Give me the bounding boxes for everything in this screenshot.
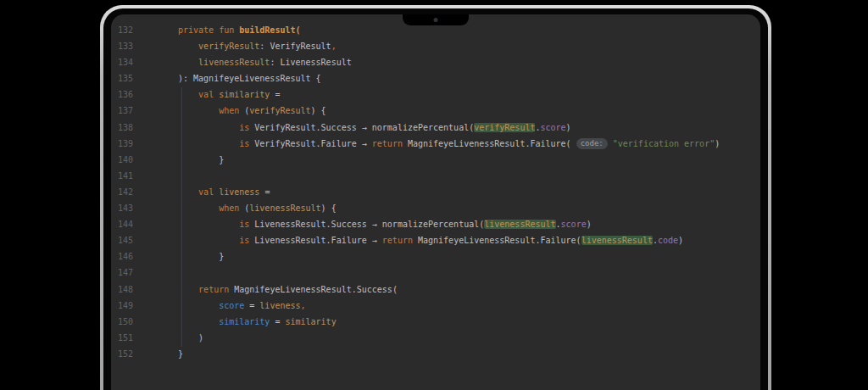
line-number: 137 [118, 103, 135, 119]
code-text: is VerifyResult.Failure → return Magnife… [178, 136, 720, 152]
code-token: return [198, 285, 234, 294]
line-number: 136 [118, 86, 135, 103]
code-text: is VerifyResult.Success → normalizePerce… [178, 120, 571, 136]
code-lines: 132private fun buildResult(133 verifyRes… [118, 22, 760, 362]
code-token: = [259, 187, 270, 197]
code-token: ) [566, 123, 571, 132]
code-token: ) [715, 139, 720, 148]
code-token: } [178, 252, 224, 261]
code-token: = [270, 317, 285, 326]
code-line[interactable]: 152} [118, 346, 760, 362]
highlighted-usage-token: livenessResult [484, 220, 555, 229]
code-line[interactable]: 146 } [118, 248, 760, 265]
code-line[interactable]: 141 [118, 168, 760, 184]
code-token: : [270, 58, 280, 67]
code-token: LivenessResult.Failure → [254, 236, 382, 245]
code-token: MagnifeyeLivenessResult.Failure( [418, 236, 581, 245]
code-line[interactable]: 136 val similarity = [118, 86, 760, 103]
code-line[interactable]: 150 similarity = similarity [118, 314, 760, 330]
line-number: 152 [118, 346, 135, 362]
code-token: LivenessResult.Success → normalizePercen… [254, 220, 484, 229]
code-text: return MagnifeyeLivenessResult.Success( [178, 281, 398, 298]
code-line[interactable]: 143 when (livenessResult) { [118, 200, 760, 216]
code-token: ) { [321, 203, 337, 213]
code-line[interactable]: 137 when (verifyResult) { [118, 103, 760, 119]
code-editor[interactable]: 132private fun buildResult(133 verifyRes… [111, 14, 760, 390]
code-token: : [259, 42, 270, 51]
line-number: 140 [118, 152, 135, 168]
code-token: liveness [219, 187, 259, 197]
code-token: ) [678, 236, 683, 245]
code-text: is LivenessResult.Success → normalizePer… [178, 216, 592, 232]
code-token: buildResult( [239, 25, 300, 35]
code-token [178, 203, 219, 213]
code-token: is [239, 139, 254, 148]
display-notch [403, 14, 469, 25]
code-token [178, 106, 219, 115]
laptop-bezel: 132private fun buildResult(133 verifyRes… [103, 8, 768, 390]
code-token [178, 317, 219, 326]
code-line[interactable]: 144 is LivenessResult.Success → normaliz… [118, 216, 760, 232]
code-token: verifyResult [198, 42, 259, 51]
code-token: score [219, 301, 244, 310]
laptop-device: 132private fun buildResult(133 verifyRes… [100, 5, 771, 390]
code-token [178, 301, 219, 310]
line-number: 149 [118, 298, 135, 314]
highlighted-usage-token: verifyResult [474, 123, 535, 132]
code-line[interactable]: 134 livenessResult: LivenessResult [118, 54, 760, 70]
code-token: VerifyResult.Success → normalizePercentu… [254, 123, 474, 132]
code-text: ): MagnifeyeLivenessResult { [178, 70, 321, 86]
code-token: ( [239, 106, 249, 115]
indent-guide [181, 87, 182, 347]
line-number: 139 [118, 136, 135, 152]
code-line[interactable]: 147 [118, 265, 760, 281]
code-text: val similarity = [178, 86, 280, 103]
line-number: 151 [118, 330, 135, 346]
code-token: "verification error" [613, 139, 715, 148]
code-token: liveness [259, 301, 300, 310]
code-token: val [198, 187, 219, 197]
code-line[interactable]: 138 is VerifyResult.Success → normalizeP… [118, 120, 760, 136]
code-text: } [178, 248, 224, 265]
line-number: 144 [118, 216, 135, 232]
code-line[interactable]: 145 is LivenessResult.Failure → return M… [118, 232, 760, 248]
code-line[interactable]: 148 return MagnifeyeLivenessResult.Succe… [118, 281, 760, 298]
code-line[interactable]: 139 is VerifyResult.Failure → return Mag… [118, 136, 760, 152]
code-token: ) [587, 220, 592, 229]
code-line[interactable]: 133 verifyResult: VerifyResult, [118, 38, 760, 54]
code-token: ): MagnifeyeLivenessResult { [178, 74, 321, 83]
line-number: 145 [118, 232, 135, 248]
code-line[interactable]: 140 } [118, 152, 760, 168]
code-line[interactable]: 142 val liveness = [118, 184, 760, 200]
line-number: 148 [118, 281, 135, 298]
line-number: 141 [118, 168, 135, 184]
code-token: when [219, 106, 239, 115]
line-number: 147 [118, 265, 135, 281]
code-text: similarity = similarity [178, 314, 337, 330]
code-token: = [244, 301, 259, 310]
code-token: is [239, 123, 254, 132]
code-text: is LivenessResult.Failure → return Magni… [178, 232, 683, 248]
highlighted-usage-token: livenessResult [581, 236, 653, 245]
line-number: 150 [118, 314, 135, 330]
code-line[interactable]: 149 score = liveness, [118, 298, 760, 314]
code-token [178, 236, 239, 245]
laptop-screen: 132private fun buildResult(133 verifyRes… [111, 14, 760, 390]
code-token: verifyResult [249, 106, 310, 115]
code-token: } [178, 155, 224, 164]
code-token [178, 220, 239, 229]
page-background: 132private fun buildResult(133 verifyRes… [0, 0, 868, 390]
code-token: is [239, 236, 254, 245]
line-number: 133 [118, 38, 135, 54]
code-token: score [561, 220, 587, 229]
code-text: private fun buildResult( [178, 22, 301, 38]
code-line[interactable]: 135): MagnifeyeLivenessResult { [118, 70, 760, 86]
code-token [178, 123, 239, 132]
code-token: private fun [178, 25, 239, 35]
code-line[interactable]: 151 ) [118, 330, 760, 346]
code-token: VerifyResult.Failure → [254, 139, 371, 148]
line-number: 138 [118, 120, 135, 136]
line-number: 135 [118, 70, 135, 86]
code-text: livenessResult: LivenessResult [178, 54, 352, 70]
code-text: when (livenessResult) { [178, 200, 337, 216]
